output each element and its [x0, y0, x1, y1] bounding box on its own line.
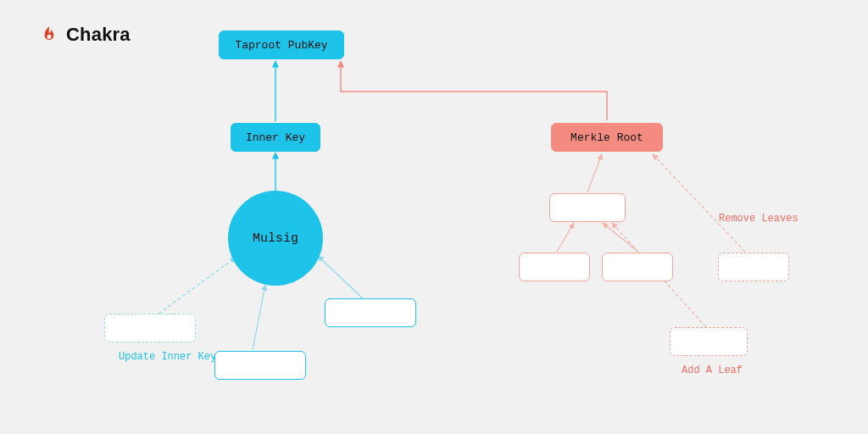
node-merkle-leaf-1 [519, 253, 590, 281]
svg-line-3 [253, 285, 265, 350]
node-key-slot-3 [325, 298, 416, 327]
svg-line-6 [557, 223, 574, 252]
brand-logo: Chakra [39, 24, 131, 46]
svg-line-4 [318, 256, 363, 298]
node-key-slot-2 [214, 351, 306, 380]
svg-point-10 [47, 35, 51, 39]
svg-line-2 [159, 258, 236, 314]
svg-line-5 [587, 154, 602, 192]
node-taproot-pubkey: Taproot PubKey [219, 31, 344, 59]
node-key-slot-dashed [104, 314, 196, 342]
caption-update-inner-key: Update Inner Key [119, 351, 216, 363]
diagram-canvas: Chakra Taproot PubKey Inner Key Mulsig U… [0, 0, 868, 434]
node-merkle-leaf-add [670, 327, 748, 356]
node-merkle-mid [549, 193, 626, 222]
node-merkle-leaf-2 [602, 253, 673, 281]
caption-add-a-leaf: Add A Leaf [682, 364, 743, 376]
node-merkle-root: Merkle Root [551, 123, 663, 152]
brand-name: Chakra [66, 24, 131, 46]
svg-line-7 [603, 223, 638, 252]
node-inner-key: Inner Key [231, 123, 320, 152]
node-merkle-leaf-remove [718, 253, 789, 281]
node-mulsig: Mulsig [228, 191, 323, 286]
caption-remove-leaves: Remove Leaves [719, 213, 798, 225]
chakra-flame-icon [39, 25, 59, 45]
svg-line-8 [653, 154, 745, 252]
